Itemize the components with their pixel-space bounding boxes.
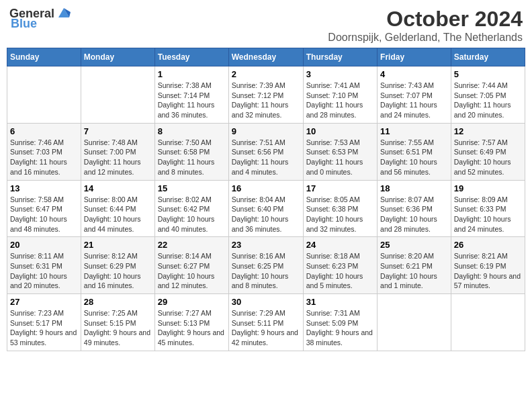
day-info: Sunrise: 7:23 AM Sunset: 5:17 PM Dayligh… xyxy=(10,308,78,348)
day-number: 7 xyxy=(84,126,152,136)
day-number: 20 xyxy=(10,240,78,250)
day-header-wednesday: Wednesday xyxy=(228,48,303,66)
day-number: 28 xyxy=(84,297,152,307)
day-number: 10 xyxy=(306,126,374,136)
day-number: 23 xyxy=(232,240,300,250)
day-info: Sunrise: 8:00 AM Sunset: 6:44 PM Dayligh… xyxy=(84,195,152,234)
location-title: Doornspijk, Gelderland, The Netherlands xyxy=(328,32,523,44)
day-info: Sunrise: 7:57 AM Sunset: 6:49 PM Dayligh… xyxy=(454,138,522,177)
day-number: 25 xyxy=(380,240,448,250)
day-number: 17 xyxy=(306,183,374,193)
day-info: Sunrise: 8:18 AM Sunset: 6:23 PM Dayligh… xyxy=(306,251,374,291)
day-info: Sunrise: 7:53 AM Sunset: 6:53 PM Dayligh… xyxy=(306,138,374,177)
day-header-tuesday: Tuesday xyxy=(154,48,228,66)
day-header-sunday: Sunday xyxy=(7,48,81,66)
day-number: 2 xyxy=(232,69,300,79)
calendar-cell: 1Sunrise: 7:38 AM Sunset: 7:14 PM Daylig… xyxy=(154,66,228,124)
logo-blue: Blue xyxy=(11,17,37,31)
calendar-cell: 21Sunrise: 8:12 AM Sunset: 6:29 PM Dayli… xyxy=(81,237,154,294)
day-header-thursday: Thursday xyxy=(303,48,377,66)
calendar-cell: 29Sunrise: 7:27 AM Sunset: 5:13 PM Dayli… xyxy=(154,294,228,351)
day-info: Sunrise: 8:16 AM Sunset: 6:25 PM Dayligh… xyxy=(232,251,300,291)
page-header: General Blue October 2024 Doornspijk, Ge… xyxy=(7,7,525,44)
day-number: 14 xyxy=(84,183,152,193)
day-info: Sunrise: 7:39 AM Sunset: 7:12 PM Dayligh… xyxy=(232,81,300,120)
logo-icon xyxy=(56,5,71,20)
calendar-cell: 24Sunrise: 8:18 AM Sunset: 6:23 PM Dayli… xyxy=(303,237,377,294)
day-number: 4 xyxy=(380,69,448,79)
day-header-friday: Friday xyxy=(378,48,451,66)
day-number: 9 xyxy=(232,126,300,136)
calendar-cell: 9Sunrise: 7:51 AM Sunset: 6:56 PM Daylig… xyxy=(228,123,303,180)
day-number: 15 xyxy=(158,183,226,193)
day-number: 26 xyxy=(454,240,522,250)
calendar-cell xyxy=(451,294,525,351)
calendar-cell: 18Sunrise: 8:07 AM Sunset: 6:36 PM Dayli… xyxy=(378,180,451,237)
calendar-cell: 13Sunrise: 7:58 AM Sunset: 6:47 PM Dayli… xyxy=(7,180,81,237)
day-info: Sunrise: 7:51 AM Sunset: 6:56 PM Dayligh… xyxy=(232,138,300,177)
calendar-cell: 11Sunrise: 7:55 AM Sunset: 6:51 PM Dayli… xyxy=(378,123,451,180)
day-info: Sunrise: 7:27 AM Sunset: 5:13 PM Dayligh… xyxy=(158,308,226,348)
day-info: Sunrise: 7:50 AM Sunset: 6:58 PM Dayligh… xyxy=(158,138,226,177)
day-info: Sunrise: 7:29 AM Sunset: 5:11 PM Dayligh… xyxy=(232,308,300,348)
day-number: 1 xyxy=(158,69,226,79)
day-info: Sunrise: 7:46 AM Sunset: 7:03 PM Dayligh… xyxy=(10,138,78,177)
day-number: 12 xyxy=(454,126,522,136)
day-number: 30 xyxy=(232,297,300,307)
calendar-cell: 28Sunrise: 7:25 AM Sunset: 5:15 PM Dayli… xyxy=(81,294,154,351)
calendar-cell: 12Sunrise: 7:57 AM Sunset: 6:49 PM Dayli… xyxy=(451,123,525,180)
calendar-cell: 25Sunrise: 8:20 AM Sunset: 6:21 PM Dayli… xyxy=(378,237,451,294)
calendar-cell: 23Sunrise: 8:16 AM Sunset: 6:25 PM Dayli… xyxy=(228,237,303,294)
day-number: 3 xyxy=(306,69,374,79)
day-info: Sunrise: 8:07 AM Sunset: 6:36 PM Dayligh… xyxy=(380,195,448,234)
day-number: 29 xyxy=(158,297,226,307)
calendar-cell: 15Sunrise: 8:02 AM Sunset: 6:42 PM Dayli… xyxy=(154,180,228,237)
day-info: Sunrise: 8:12 AM Sunset: 6:29 PM Dayligh… xyxy=(84,251,152,291)
calendar-week-row: 27Sunrise: 7:23 AM Sunset: 5:17 PM Dayli… xyxy=(7,294,525,351)
calendar-cell: 31Sunrise: 7:31 AM Sunset: 5:09 PM Dayli… xyxy=(303,294,377,351)
day-number: 21 xyxy=(84,240,152,250)
calendar-cell: 2Sunrise: 7:39 AM Sunset: 7:12 PM Daylig… xyxy=(228,66,303,124)
day-info: Sunrise: 7:48 AM Sunset: 7:00 PM Dayligh… xyxy=(84,138,152,177)
calendar-cell: 22Sunrise: 8:14 AM Sunset: 6:27 PM Dayli… xyxy=(154,237,228,294)
day-number: 11 xyxy=(380,126,448,136)
day-number: 8 xyxy=(158,126,226,136)
day-info: Sunrise: 7:25 AM Sunset: 5:15 PM Dayligh… xyxy=(84,308,152,348)
calendar-cell: 30Sunrise: 7:29 AM Sunset: 5:11 PM Dayli… xyxy=(228,294,303,351)
day-number: 16 xyxy=(232,183,300,193)
day-info: Sunrise: 7:41 AM Sunset: 7:10 PM Dayligh… xyxy=(306,81,374,120)
day-info: Sunrise: 7:58 AM Sunset: 6:47 PM Dayligh… xyxy=(10,195,78,234)
day-number: 13 xyxy=(10,183,78,193)
day-number: 19 xyxy=(454,183,522,193)
calendar-cell: 19Sunrise: 8:09 AM Sunset: 6:33 PM Dayli… xyxy=(451,180,525,237)
calendar-cell: 6Sunrise: 7:46 AM Sunset: 7:03 PM Daylig… xyxy=(7,123,81,180)
calendar-cell xyxy=(81,66,154,124)
calendar-cell: 20Sunrise: 8:11 AM Sunset: 6:31 PM Dayli… xyxy=(7,237,81,294)
day-info: Sunrise: 7:43 AM Sunset: 7:07 PM Dayligh… xyxy=(380,81,448,120)
day-info: Sunrise: 8:20 AM Sunset: 6:21 PM Dayligh… xyxy=(380,251,448,291)
day-info: Sunrise: 7:55 AM Sunset: 6:51 PM Dayligh… xyxy=(380,138,448,177)
day-number: 31 xyxy=(306,297,374,307)
title-block: October 2024 Doornspijk, Gelderland, The… xyxy=(328,7,523,44)
calendar-week-row: 13Sunrise: 7:58 AM Sunset: 6:47 PM Dayli… xyxy=(7,180,525,237)
calendar-cell: 14Sunrise: 8:00 AM Sunset: 6:44 PM Dayli… xyxy=(81,180,154,237)
day-info: Sunrise: 8:11 AM Sunset: 6:31 PM Dayligh… xyxy=(10,251,78,291)
calendar-cell: 4Sunrise: 7:43 AM Sunset: 7:07 PM Daylig… xyxy=(378,66,451,124)
calendar-cell: 27Sunrise: 7:23 AM Sunset: 5:17 PM Dayli… xyxy=(7,294,81,351)
day-info: Sunrise: 8:04 AM Sunset: 6:40 PM Dayligh… xyxy=(232,195,300,234)
calendar-cell: 10Sunrise: 7:53 AM Sunset: 6:53 PM Dayli… xyxy=(303,123,377,180)
calendar-cell: 7Sunrise: 7:48 AM Sunset: 7:00 PM Daylig… xyxy=(81,123,154,180)
calendar-cell: 3Sunrise: 7:41 AM Sunset: 7:10 PM Daylig… xyxy=(303,66,377,124)
day-number: 27 xyxy=(10,297,78,307)
day-number: 6 xyxy=(10,126,78,136)
day-number: 24 xyxy=(306,240,374,250)
calendar-cell xyxy=(7,66,81,124)
day-header-saturday: Saturday xyxy=(451,48,525,66)
calendar-header-row: SundayMondayTuesdayWednesdayThursdayFrid… xyxy=(7,48,525,66)
logo: General Blue xyxy=(9,7,71,31)
calendar-week-row: 6Sunrise: 7:46 AM Sunset: 7:03 PM Daylig… xyxy=(7,123,525,180)
day-number: 5 xyxy=(454,69,522,79)
calendar-week-row: 1Sunrise: 7:38 AM Sunset: 7:14 PM Daylig… xyxy=(7,66,525,124)
day-info: Sunrise: 8:09 AM Sunset: 6:33 PM Dayligh… xyxy=(454,195,522,234)
calendar-week-row: 20Sunrise: 8:11 AM Sunset: 6:31 PM Dayli… xyxy=(7,237,525,294)
